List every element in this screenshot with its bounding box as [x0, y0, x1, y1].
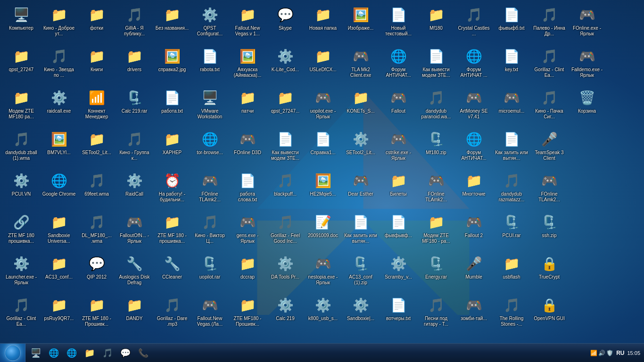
desktop-icon-forum_antichat2[interactable]: 🌐Форум АНТИЧАТ ...	[455, 44, 493, 85]
security-icon[interactable]: 🛡️	[606, 350, 613, 356]
desktop-icon-konets_s[interactable]: 📁KONETs_S...	[342, 85, 380, 127]
desktop-icon-forum_antichat[interactable]: 🌐Форум АНТИЧАТ...	[380, 44, 417, 85]
desktop-icon-korzina[interactable]: 🗑️Корзина	[568, 85, 606, 127]
desktop-icon-pcui_rar[interactable]: 🗜️PCUI.rar	[493, 210, 530, 251]
desktop-icon-gorillaz_feel[interactable]: 🎵Gorillaz - Feel Good Inc...	[266, 210, 304, 251]
desktop-icon-fotki[interactable]: 📁фотки	[78, 2, 116, 44]
desktop-icon-fonline_exe[interactable]: 🎮FOnline.exe - Ярлык	[568, 2, 606, 44]
desktop-icon-forum_antichat3[interactable]: 🌐Форум АНТИЧАТ...	[455, 127, 493, 168]
desktop-icon-dandydub_razm[interactable]: 🎵dandydub razmatazz...	[493, 168, 530, 210]
desktop-icon-xarner[interactable]: 📁ХАРНЕР	[153, 127, 191, 168]
desktop-icon-kino_viktor[interactable]: 🎵Кино - Виктор Ц...	[191, 210, 229, 251]
desktop-icon-dandydub_paranoid[interactable]: 🎵dandydub paranoid.wa...	[417, 85, 455, 127]
desktop-icon-na_rabotu[interactable]: ⏰На работу! - будильни...	[153, 168, 191, 210]
desktop-icon-patchi[interactable]: 📁патчи	[229, 85, 266, 127]
taskbar-explorer[interactable]: 📁	[81, 345, 98, 362]
desktop-icon-spravka1[interactable]: 📄Справка1...	[304, 127, 342, 168]
taskbar-chrome[interactable]: 🌐	[63, 345, 80, 362]
clock[interactable]: 15:05	[627, 350, 640, 356]
desktop-icon-vотчеры[interactable]: 📄вотчеры.txt	[380, 293, 417, 334]
network-icon[interactable]: 📶	[590, 350, 597, 356]
taskbar-qip[interactable]: 💬	[117, 345, 134, 362]
desktop-icon-calc219_2[interactable]: ⚙️DA Tools Pr...	[266, 251, 304, 293]
desktop-icon-usledfcx[interactable]: 📁USLeDfCX...	[304, 44, 342, 85]
desktop-icon-zte_mf180_pr2[interactable]: 📁ZTE MF180 - Прошивк...	[229, 293, 266, 334]
taskbar-ie[interactable]: 🌐	[45, 345, 62, 362]
desktop-icon-fonline_tlamk3[interactable]: 🎮FOnline TLAmk2...	[530, 168, 568, 210]
desktop-icon-microemul[interactable]: 🎮microemul...	[493, 85, 530, 127]
desktop-icon-raidcall2[interactable]: ⚙️RaidCall	[116, 168, 153, 210]
desktop-icon-rabota_txt2[interactable]: 📄rabota.txt	[191, 44, 229, 85]
windows-orb[interactable]	[5, 345, 21, 361]
desktop-icon-pesni_gitaru[interactable]: 🎵Песни под гитару - Т...	[417, 293, 455, 334]
desktop-icon-qpst_27247k[interactable]: 📁qpst_27247...	[266, 85, 304, 127]
desktop-icon-ac13_conf_zip[interactable]: 🗜️AC13_conf (1).zip	[342, 251, 380, 293]
desktop-icon-setool2_lit2[interactable]: ⚙️SETool2_Lit...	[342, 127, 380, 168]
desktop-icon-falldemo[interactable]: 🎮Falldemo.exe - Ярлык	[568, 44, 606, 85]
desktop-icon-fyvfyvfb[interactable]: 📄фывыфб.txt	[493, 2, 530, 44]
desktop-icon-fonline_tlamk2[interactable]: 🎮FOnline TLAmk2...	[417, 168, 455, 210]
taskbar-media-player[interactable]: 🎵	[99, 345, 116, 362]
desktop-icon-nestopia[interactable]: 🎮nestopia.exe - Ярлык	[304, 251, 342, 293]
desktop-icon-rabota_slova[interactable]: 📄работа слова.txt	[229, 168, 266, 210]
language-indicator[interactable]: RU	[616, 350, 624, 356]
desktop-icon-gillia[interactable]: 🎵GilliA - Я публику...	[116, 2, 153, 44]
desktop-icon-fyvfyvf[interactable]: 📄фывфывф...	[380, 210, 417, 251]
desktop-icon-qpst27247[interactable]: 📁qpst_27247	[2, 44, 40, 85]
desktop-icon-kino_pacha[interactable]: 🎵Кино - Пачка Сиг...	[530, 85, 568, 127]
volume-icon[interactable]: 🔊	[598, 350, 605, 356]
desktop-icon-zte_mf180_prom[interactable]: 📁ZTE MF 180 - Прошивк...	[78, 293, 116, 334]
desktop-icon-fallout2[interactable]: 🎮Fallout 2	[455, 210, 493, 251]
desktop-icon-launcher_exe[interactable]: ⚙️Launcher.exe - Ярлык	[2, 251, 40, 293]
desktop-icon-kino_dobroe[interactable]: 📁Кино - Доброе ут...	[40, 2, 78, 44]
desktop-icon-fallout_icon[interactable]: 🎮Fallout	[380, 85, 417, 127]
desktop-icon-izobrazhenie[interactable]: 🖼️Изображе...	[342, 2, 380, 44]
desktop-icon-raidcall_exe[interactable]: ⚙️raidcall.exe	[40, 85, 78, 127]
desktop-icon-truecrypt[interactable]: 🔒TrueCrypt	[530, 251, 568, 293]
desktop-icon-modem_mf180_par[interactable]: 📁Модем ZTE MF180 - ра...	[417, 210, 455, 251]
desktop-icon-gorillaz_dare[interactable]: 🎵Gorillaz - Dare .mp3	[153, 293, 191, 334]
desktop-icon-doc20091009[interactable]: 📝20091009.doc	[304, 210, 342, 251]
desktop-icon-mnogtochie[interactable]: 📁Многточие	[455, 168, 493, 210]
desktop-icon-falloutofn[interactable]: 🎮FalloutOfN... - Ярлык	[116, 210, 153, 251]
desktop-icon-dandy[interactable]: 📁DANDY	[116, 293, 153, 334]
desktop-icon-calc219_rar[interactable]: 🗜️Calc 219.rar	[116, 85, 153, 127]
desktop-icon-kak_zalit2[interactable]: 📄Как залить или вытян...	[493, 127, 530, 168]
desktop-icon-bez_nazvaniya[interactable]: 📁Без названия...	[153, 2, 191, 44]
desktop-icon-scramby_v[interactable]: ⚙️Scramby_v...	[380, 251, 417, 293]
desktop-icon-google_chrome[interactable]: 🌐Google Chrome	[40, 168, 78, 210]
desktop-icon-palevo_inna[interactable]: 🎵Палево - Инна Др...	[530, 2, 568, 44]
desktop-icon-dear_esther[interactable]: 🎮Dear Esther	[342, 168, 380, 210]
desktop-icon-vmware[interactable]: 🖥️VMware Workstation	[191, 85, 229, 127]
desktop-icon-blackpuff[interactable]: 🎵blackpuff...	[266, 168, 304, 210]
desktop-icon-k800_usb[interactable]: ⚙️k800_usb_s...	[304, 293, 342, 334]
desktop-icon-energy_rar[interactable]: 🗜️Energy.rar	[417, 251, 455, 293]
desktop-icon-fallout_new_vegas_la[interactable]: 🎮Fallout.New Vegas.(Ла...	[191, 293, 229, 334]
desktop-icon-dccrap[interactable]: 📁dccrap	[229, 251, 266, 293]
desktop-icon-komputer[interactable]: 🖥️Компьютер	[2, 2, 40, 44]
desktop-icon-kak_vivesti[interactable]: 📄Как вывести модем ЗТЕ...	[266, 127, 304, 168]
desktop-icon-skype[interactable]: 💬Skype	[266, 2, 304, 44]
desktop-icon-openvpn[interactable]: 🔒OpenVPN GUI	[530, 293, 568, 334]
desktop-icon-sandboxie[interactable]: 📁Sandboxie Universa...	[40, 210, 78, 251]
desktop-icon-zte_mf180_yarlyk[interactable]: 🔗ZTE MF 180 прошивка...	[2, 210, 40, 251]
desktop-icon-69feet_wma[interactable]: 🎵69feet.wma	[78, 168, 116, 210]
desktop-icon-mumble[interactable]: 🎤Mumble	[455, 251, 493, 293]
desktop-icon-klite_codec[interactable]: ⚙️K-Lite_Cod...	[266, 44, 304, 85]
desktop-icon-mf180_zip[interactable]: 🗜️Mf180.zip	[417, 127, 455, 168]
start-button[interactable]	[0, 344, 25, 362]
desktop-icon-ccleaner[interactable]: 🔧CCleaner	[153, 251, 191, 293]
desktop-icon-tor_browser[interactable]: 🌐tor-browse...	[191, 127, 229, 168]
desktop-icon-noviy_tekst[interactable]: 📄Новый текстовый...	[380, 2, 417, 44]
desktop-icon-rabota_txt[interactable]: 📄работа.txt	[153, 85, 191, 127]
desktop-icon-knigi[interactable]: 📁Книги	[78, 44, 116, 85]
taskbar-show-desktop[interactable]: 🖥️	[27, 345, 44, 362]
desktop-icon-fonline_tlamk[interactable]: 🎮FOnline TLAmk2...	[191, 168, 229, 210]
desktop-icon-spravka2_jpg[interactable]: 🖼️справка2.jpg	[153, 44, 191, 85]
desktop-icon-ssh_zip[interactable]: 🗜️ssh.zip	[530, 210, 568, 251]
desktop-icon-tla_mk2[interactable]: 🎮TLA Mk2 Client.exe	[342, 44, 380, 85]
desktop-icon-psruy9qr7[interactable]: 📁psRuy9QR7...	[40, 293, 78, 334]
taskbar-skype[interactable]: 📞	[135, 345, 152, 362]
desktop-icon-sandboxie2[interactable]: ⚙️Sandboxie|...	[342, 293, 380, 334]
desktop-icon-qip2012[interactable]: 💬QIP 2012	[78, 251, 116, 293]
